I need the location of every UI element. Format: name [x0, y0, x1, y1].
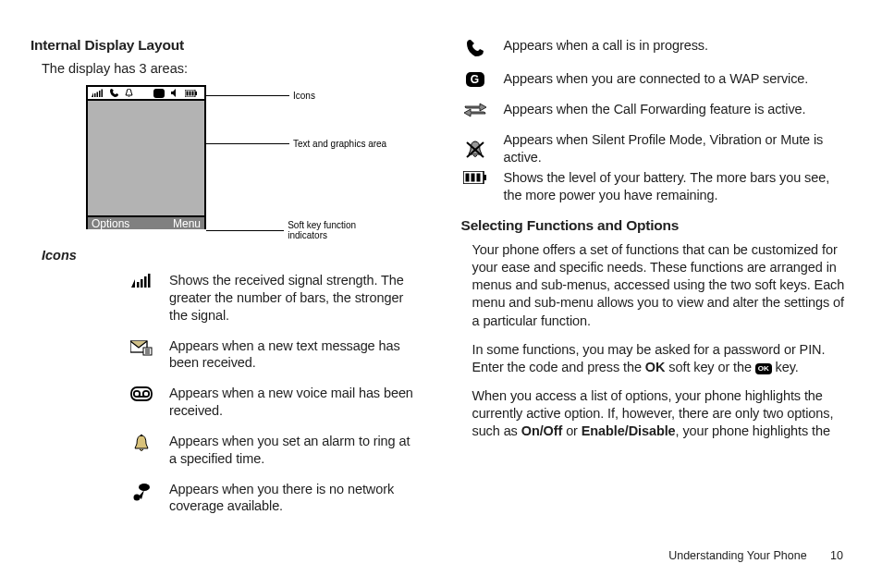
- icon-entry: Appears when a new text message has been…: [31, 337, 417, 373]
- icon-entry: Appears when the Call Forwarding feature…: [461, 101, 848, 118]
- call-forward-icon: [461, 101, 489, 117]
- heading-display-layout: Internal Display Layout: [31, 37, 417, 54]
- signal-icon: [92, 89, 104, 97]
- icon-entry: Appears when a new voice mail has been r…: [31, 385, 417, 420]
- softkey-right-label: Menu: [173, 217, 201, 230]
- icon-entry: Shows the received signal strength. The …: [31, 272, 417, 325]
- bell-icon: [125, 89, 133, 97]
- icon-description: Appears when you are connected to a WAP …: [504, 70, 848, 88]
- svg-rect-4: [192, 91, 194, 95]
- wap-g-icon: G: [461, 70, 489, 87]
- page-number: 10: [830, 549, 843, 562]
- display-text-area: [88, 101, 204, 215]
- svg-rect-3: [190, 91, 191, 95]
- message-icon: [129, 337, 154, 356]
- voicemail-icon: [129, 385, 154, 401]
- silent-vibrate-icon: [461, 131, 489, 159]
- svg-rect-1: [195, 92, 197, 95]
- callout-icons: Icons: [206, 91, 315, 101]
- body-paragraph: In some functions, you may be asked for …: [472, 341, 848, 376]
- icon-description: Appears when the Call Forwarding feature…: [504, 101, 848, 118]
- page-footer: Understanding Your Phone 10: [668, 549, 843, 562]
- icon-entry: Appears when you there is no network cov…: [31, 481, 417, 516]
- signal-icon: [129, 272, 154, 288]
- callout-softkeys: Soft key function indicators: [206, 220, 391, 240]
- body-paragraph: Your phone offers a set of functions tha…: [472, 241, 848, 330]
- battery-icon: [461, 169, 489, 184]
- icon-description: Appears when you there is no network cov…: [169, 481, 417, 516]
- icon-entry: Shows the level of your battery. The mor…: [461, 169, 848, 204]
- svg-rect-23: [476, 174, 480, 182]
- icon-description: Appears when you set an alarm to ring at…: [169, 433, 417, 468]
- svg-rect-2: [187, 91, 189, 95]
- no-network-icon: [129, 481, 154, 501]
- icon-description: Appears when Silent Profile Mode, Vibrat…: [504, 131, 848, 166]
- svg-rect-21: [465, 174, 469, 182]
- display-softkey-bar: Options Menu: [88, 215, 204, 229]
- icon-entry: Appears when Silent Profile Mode, Vibrat…: [461, 131, 848, 166]
- icon-description: Shows the received signal strength. The …: [169, 272, 417, 325]
- icon-entry: Appears when you set an alarm to ring at…: [31, 433, 417, 468]
- softkey-left-label: Options: [92, 217, 129, 230]
- svg-rect-20: [484, 175, 486, 180]
- display-figure: G Options Menu Icons Text and graphics a…: [86, 85, 391, 231]
- heading-selecting-functions: Selecting Functions and Options: [461, 217, 848, 234]
- icon-entry: G Appears when you are connected to a WA…: [461, 70, 848, 88]
- speaker-icon: [171, 89, 178, 97]
- call-icon: [461, 37, 489, 57]
- ok-key-icon: OK: [755, 363, 772, 375]
- icon-description: Shows the level of your battery. The mor…: [504, 169, 848, 204]
- icons-subheading: Icons: [42, 248, 417, 263]
- icon-description: Appears when a new text message has been…: [169, 337, 417, 373]
- icon-description: Appears when a call is in progress.: [504, 37, 848, 55]
- svg-point-16: [134, 494, 141, 500]
- icon-description: Appears when a new voice mail has been r…: [169, 385, 417, 420]
- svg-point-15: [139, 484, 150, 491]
- callout-text-area: Text and graphics area: [206, 139, 386, 149]
- alarm-icon: [129, 433, 154, 453]
- body-paragraph: When you access a list of options, your …: [472, 387, 848, 440]
- phone-handset-icon: [110, 89, 118, 97]
- icon-entry: Appears when a call is in progress.: [461, 37, 848, 57]
- footer-section-title: Understanding Your Phone: [668, 549, 806, 562]
- g-icon: G: [153, 89, 165, 98]
- intro-text: The display has 3 areas:: [42, 61, 417, 76]
- display-icons-bar: G: [88, 87, 204, 101]
- svg-rect-14: [141, 435, 142, 436]
- battery-mini-icon: [185, 90, 197, 97]
- svg-rect-22: [471, 174, 474, 182]
